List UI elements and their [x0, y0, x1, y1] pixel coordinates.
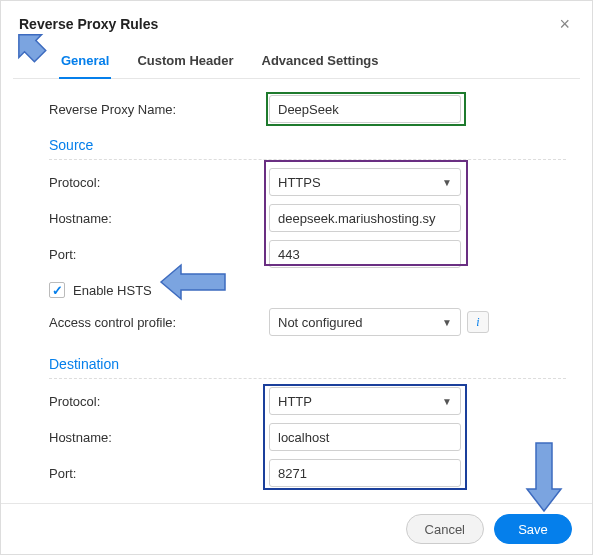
dialog-footer: Cancel Save [1, 503, 592, 554]
src-protocol-value: HTTPS [278, 175, 321, 190]
src-hostname-field[interactable] [269, 204, 461, 232]
src-port-label: Port: [49, 247, 269, 262]
tab-custom-header[interactable]: Custom Header [137, 53, 233, 78]
dst-hostname-field[interactable] [269, 423, 461, 451]
enable-hsts-label: Enable HSTS [73, 283, 152, 298]
row-dst-protocol: Protocol: HTTP ▼ [49, 385, 566, 417]
row-src-protocol: Protocol: HTTPS ▼ [49, 166, 566, 198]
reverse-proxy-dialog: Reverse Proxy Rules × General Custom Hea… [0, 0, 593, 555]
row-dst-port: Port: [49, 457, 566, 489]
name-field[interactable] [269, 95, 461, 123]
acp-select[interactable]: Not configured ▼ [269, 308, 461, 336]
divider [49, 378, 566, 379]
dst-protocol-value: HTTP [278, 394, 312, 409]
divider [49, 159, 566, 160]
src-port-field[interactable] [269, 240, 461, 268]
name-label: Reverse Proxy Name: [49, 102, 269, 117]
cancel-button[interactable]: Cancel [406, 514, 484, 544]
dialog-title: Reverse Proxy Rules [19, 16, 158, 32]
src-protocol-select[interactable]: HTTPS ▼ [269, 168, 461, 196]
dst-port-label: Port: [49, 466, 269, 481]
dst-port-field[interactable] [269, 459, 461, 487]
row-enable-hsts: Enable HSTS [49, 274, 566, 306]
row-name: Reverse Proxy Name: [49, 93, 566, 125]
row-dst-hostname: Hostname: [49, 421, 566, 453]
dialog-body: Reverse Proxy Name: Source Protocol: HTT… [1, 79, 592, 489]
close-icon[interactable]: × [555, 13, 574, 35]
dst-protocol-label: Protocol: [49, 394, 269, 409]
caret-down-icon: ▼ [442, 396, 452, 407]
tab-general[interactable]: General [61, 53, 109, 78]
acp-label: Access control profile: [49, 315, 269, 330]
source-section-title: Source [49, 129, 566, 157]
tabs: General Custom Header Advanced Settings [13, 41, 580, 79]
caret-down-icon: ▼ [442, 317, 452, 328]
info-icon[interactable]: i [467, 311, 489, 333]
dst-protocol-select[interactable]: HTTP ▼ [269, 387, 461, 415]
save-button[interactable]: Save [494, 514, 572, 544]
row-src-hostname: Hostname: [49, 202, 566, 234]
acp-value: Not configured [278, 315, 363, 330]
titlebar: Reverse Proxy Rules × [1, 1, 592, 41]
row-access-control: Access control profile: Not configured ▼… [49, 306, 566, 338]
src-protocol-label: Protocol: [49, 175, 269, 190]
caret-down-icon: ▼ [442, 177, 452, 188]
destination-section-title: Destination [49, 348, 566, 376]
dst-hostname-label: Hostname: [49, 430, 269, 445]
src-hostname-label: Hostname: [49, 211, 269, 226]
enable-hsts-checkbox[interactable] [49, 282, 65, 298]
tab-advanced-settings[interactable]: Advanced Settings [262, 53, 379, 78]
row-src-port: Port: [49, 238, 566, 270]
